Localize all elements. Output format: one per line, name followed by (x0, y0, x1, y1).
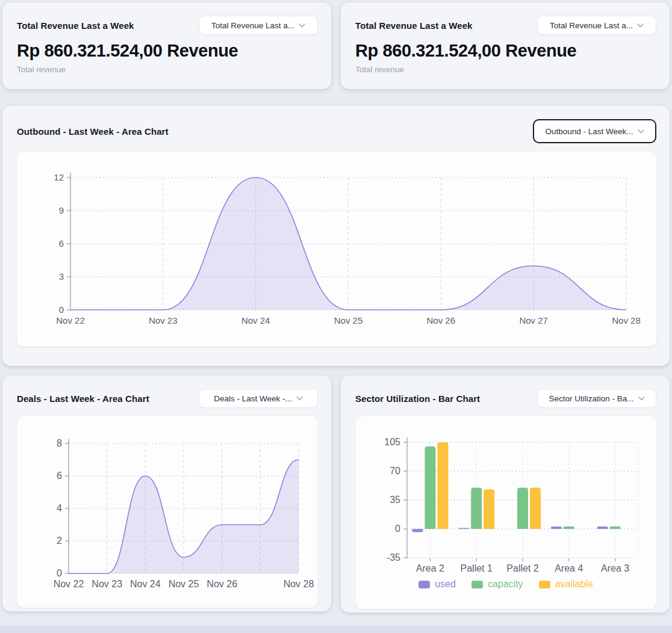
x-tick-label: Nov 24 (241, 315, 270, 326)
x-tick-label: Pallet 1 (461, 563, 493, 573)
bar-used-pallet-1 (458, 528, 469, 529)
legend-item-capacity[interactable]: capacity (471, 579, 523, 590)
x-tick-label: Nov 27 (519, 315, 548, 326)
y-tick-label: 0 (57, 568, 62, 578)
outbound-chart-card: Outbound - Last Week - Area Chart Outbou… (2, 106, 670, 366)
card-title: Total Revenue Last a Week (17, 20, 134, 31)
revenue-subtitle: Total revenue (17, 65, 317, 74)
x-tick-label: Nov 23 (149, 315, 178, 326)
sector-chart-card: Sector Utilization - Bar Chart Sector Ut… (341, 375, 670, 613)
card-title: Deals - Last Week - Area Chart (17, 394, 149, 404)
chart-panel: 036912Nov 22Nov 23Nov 24Nov 25Nov 26Nov … (17, 152, 656, 347)
page-bottom-strip (0, 626, 672, 633)
legend-label: used (435, 579, 456, 590)
x-tick-label: Nov 28 (284, 579, 314, 589)
bar-available-pallet-1 (484, 489, 494, 529)
bar-used-area-4 (551, 526, 562, 529)
bar-capacity-area-2 (425, 446, 435, 529)
x-tick-label: Area 3 (601, 563, 629, 573)
sector-bar-chart: -3503570105Area 2Pallet 1Pallet 2Area 4A… (355, 416, 656, 590)
y-tick-label: 0 (59, 304, 64, 315)
bar-used-area-3 (597, 526, 608, 529)
x-tick-label: Nov 22 (54, 579, 84, 589)
legend-item-used[interactable]: used (418, 579, 456, 590)
x-tick-label: Nov 22 (56, 315, 85, 326)
y-tick-label: 0 (395, 523, 400, 534)
metric-select[interactable]: Total Revenue Last a... (199, 16, 318, 35)
revenue-card-left: Total Revenue Last a Week Total Revenue … (2, 2, 331, 89)
select-value: Total Revenue Last a... (550, 21, 633, 30)
deals-chart-svg: 02468Nov 22Nov 23Nov 24Nov 25Nov 26Nov 2… (17, 416, 317, 608)
chevron-down-icon (296, 397, 303, 401)
bar-used-area-2 (412, 529, 423, 533)
x-tick-label: Nov 25 (169, 579, 199, 589)
chevron-down-icon (638, 397, 645, 401)
deals-chart-card: Deals - Last Week - Area Chart Deals - L… (2, 375, 331, 611)
bar-capacity-area-4 (564, 526, 574, 529)
y-tick-label: 12 (54, 172, 64, 182)
select-value: Total Revenue Last a... (211, 21, 294, 30)
y-tick-label: 6 (57, 471, 62, 481)
y-tick-label: 8 (57, 438, 62, 448)
chart-legend: usedcapacityavailable (355, 579, 656, 590)
legend-label: capacity (488, 579, 523, 590)
legend-label: available (555, 579, 593, 590)
x-tick-label: Nov 24 (130, 579, 161, 589)
x-tick-label: Pallet 2 (506, 563, 538, 573)
y-tick-label: 4 (57, 503, 62, 513)
x-tick-label: Area 4 (555, 563, 583, 573)
card-title: Total Revenue Last a Week (355, 20, 473, 31)
x-tick-label: Nov 26 (427, 315, 456, 326)
chevron-down-icon (638, 129, 644, 134)
select-value: Sector Utilization - Ba... (549, 394, 633, 403)
chart-panel: -3503570105Area 2Pallet 1Pallet 2Area 4A… (355, 416, 656, 609)
select-value: Deals - Last Week -... (214, 394, 292, 403)
chart-select[interactable]: Deals - Last Week -... (199, 389, 318, 408)
chevron-down-icon (637, 23, 644, 28)
revenue-subtitle: Total revenue (355, 65, 655, 74)
deals-area-chart: 02468Nov 22Nov 23Nov 24Nov 25Nov 26Nov 2… (17, 416, 318, 608)
y-tick-label: -35 (387, 552, 400, 563)
bar-capacity-pallet-2 (517, 487, 528, 529)
sector-chart-svg: -3503570105Area 2Pallet 1Pallet 2Area 4A… (355, 416, 655, 576)
x-tick-label: Nov 25 (334, 315, 363, 326)
card-title: Sector Utilization - Bar Chart (355, 394, 480, 404)
x-tick-label: Nov 23 (92, 579, 122, 589)
y-tick-label: 70 (390, 466, 400, 476)
x-tick-label: Nov 28 (612, 315, 641, 326)
x-tick-label: Area 2 (416, 563, 444, 573)
legend-item-available[interactable]: available (539, 579, 593, 590)
legend-swatch (471, 581, 483, 588)
bar-capacity-area-3 (610, 526, 621, 529)
chart-select[interactable]: Sector Utilization - Ba... (537, 389, 656, 408)
y-tick-label: 2 (57, 536, 62, 546)
y-tick-label: 3 (59, 271, 64, 282)
bar-available-area-2 (437, 442, 448, 529)
revenue-value: Rp 860.321.524,00 Revenue (17, 41, 317, 61)
chart-select[interactable]: Outbound - Last Week... (533, 119, 656, 143)
chevron-down-icon (299, 23, 305, 28)
y-tick-label: 9 (59, 205, 64, 215)
bar-capacity-pallet-1 (471, 487, 482, 529)
legend-swatch (539, 581, 550, 588)
select-value: Outbound - Last Week... (545, 127, 633, 136)
metric-select[interactable]: Total Revenue Last a... (537, 16, 656, 35)
outbound-area-chart: 036912Nov 22Nov 23Nov 24Nov 25Nov 26Nov … (17, 152, 656, 347)
outbound-chart-svg: 036912Nov 22Nov 23Nov 24Nov 25Nov 26Nov … (17, 152, 656, 347)
revenue-card-right: Total Revenue Last a Week Total Revenue … (341, 2, 670, 89)
x-tick-label: Nov 26 (207, 579, 237, 589)
revenue-value: Rp 860.321.524,00 Revenue (355, 41, 655, 61)
chart-panel: 02468Nov 22Nov 23Nov 24Nov 25Nov 26Nov 2… (17, 416, 318, 608)
y-tick-label: 105 (384, 437, 400, 447)
bar-available-pallet-2 (530, 487, 541, 529)
card-title: Outbound - Last Week - Area Chart (17, 126, 169, 137)
y-tick-label: 6 (59, 238, 64, 249)
y-tick-label: 35 (390, 495, 400, 505)
legend-swatch (418, 581, 430, 588)
